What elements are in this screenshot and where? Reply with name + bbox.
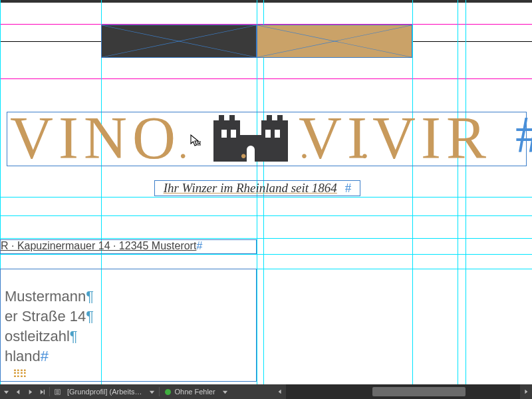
pilcrow-icon: ¶ xyxy=(86,308,94,325)
statusbar-divider xyxy=(159,387,160,396)
guide-h-358 xyxy=(0,238,532,239)
sender-hash: # xyxy=(196,240,202,251)
svg-rect-4 xyxy=(221,130,227,138)
svg-rect-15 xyxy=(56,393,59,394)
baseline-dots: • • • • xyxy=(180,147,393,166)
address-line-3: ostleitzahl xyxy=(5,328,70,344)
address-line-2: er Straße 14 xyxy=(5,308,86,325)
address-hash: # xyxy=(41,348,49,364)
guide-h-296 xyxy=(0,197,532,198)
page-menu-icon[interactable] xyxy=(51,384,63,399)
margin-guide-2 xyxy=(0,78,532,79)
errors-label: Ohne Fehler xyxy=(174,388,215,396)
logo-hash-char: # xyxy=(515,108,532,160)
guide-v-620 xyxy=(412,0,413,384)
scroll-right-button[interactable] xyxy=(520,384,532,399)
document-canvas[interactable]: VINO VIVIR # • • • • Ihr Winzer im Rhein… xyxy=(0,0,532,384)
header-block-tan[interactable] xyxy=(257,25,412,58)
tagline-frame[interactable]: Ihr Winzer im Rheinland seit 1864# xyxy=(154,180,360,196)
tagline-text: Ihr Winzer im Rheinland seit 1864 xyxy=(160,181,341,195)
dropdown-icon[interactable] xyxy=(0,384,12,399)
last-page-button[interactable] xyxy=(36,384,48,399)
sender-text: R · Kapuzinermauer 14 · 12345 Musterort xyxy=(1,240,196,251)
guide-v-688 xyxy=(458,0,458,384)
pilcrow-icon: ¶ xyxy=(86,288,94,305)
next-page-button[interactable] xyxy=(24,384,36,399)
statusbar-divider xyxy=(49,387,50,396)
guide-v-700 xyxy=(466,0,466,384)
logo-text-frame[interactable]: VINO VIVIR # • • • • xyxy=(7,112,527,166)
status-bar: [Grundprofil] (Arbeits… Ohne Fehler xyxy=(0,384,532,399)
errors-indicator[interactable]: Ohne Fehler xyxy=(161,388,219,396)
tagline-hash: # xyxy=(341,181,356,195)
svg-rect-5 xyxy=(231,130,236,138)
svg-rect-13 xyxy=(56,390,59,391)
errors-dropdown-icon[interactable] xyxy=(219,384,231,399)
sender-frame[interactable]: R · Kapuzinermauer 14 · 12345 Musterort# xyxy=(0,239,257,254)
guide-h-382 xyxy=(0,254,532,255)
svg-rect-14 xyxy=(56,392,59,392)
status-dot-icon xyxy=(165,389,171,395)
svg-rect-7 xyxy=(275,130,280,138)
overset-indicator-icon: ⠿⠿ xyxy=(13,368,26,380)
prev-page-button[interactable] xyxy=(12,384,24,399)
window-top-edge xyxy=(0,0,532,3)
logo-word-left: VINO xyxy=(10,108,181,168)
horizontal-scrollbar-thumb[interactable] xyxy=(372,387,466,396)
pilcrow-icon: ¶ xyxy=(70,328,78,344)
profile-dropdown-icon[interactable] xyxy=(146,384,158,399)
guide-h-324 xyxy=(0,215,532,216)
address-line-4: hland xyxy=(5,348,41,364)
profile-label[interactable]: [Grundprofil] (Arbeits… xyxy=(63,388,146,396)
svg-rect-11 xyxy=(43,389,44,394)
address-frame[interactable]: Mustermann¶ er Straße 14¶ ostleitzahl¶ h… xyxy=(0,269,257,382)
header-block-dark[interactable] xyxy=(101,25,257,58)
horizontal-scrollbar-track[interactable] xyxy=(286,384,520,399)
scroll-left-button[interactable] xyxy=(274,384,286,399)
svg-rect-6 xyxy=(265,130,271,138)
address-line-1: Mustermann xyxy=(5,288,86,305)
